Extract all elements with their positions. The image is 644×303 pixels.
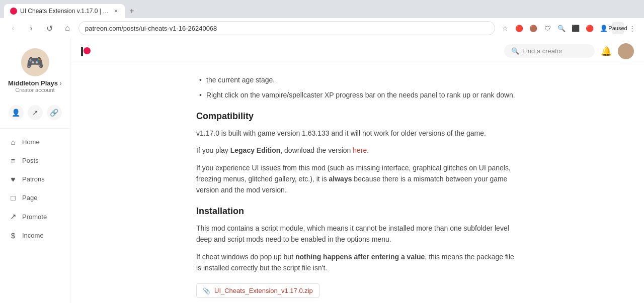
profile-name[interactable]: Middleton Plays — [8, 79, 62, 87]
browser-chrome: UI Cheats Extension v.1.17.0 | w... × + … — [0, 0, 644, 38]
sidebar-label-promote: Promote — [22, 213, 47, 221]
bullet-item-2: Right click on the vampire/spellcaster X… — [196, 89, 518, 100]
attachment-link[interactable]: 📎 UI_Cheats_Extension_v1.17.0.zip — [196, 283, 319, 298]
sidebar-label-home: Home — [22, 138, 40, 146]
content-area: the current age stage. Right click on th… — [186, 64, 528, 303]
new-tab-button[interactable]: + — [125, 4, 139, 18]
sidebar: 🎮 Middleton Plays Creator account 👤 ↗ 🔗 … — [0, 38, 70, 303]
sidebar-divider — [0, 128, 70, 129]
avatar: 🎮 — [21, 48, 49, 76]
sidebar-label-income: Income — [22, 232, 44, 239]
search-placeholder: Find a creator — [522, 47, 562, 55]
sidebar-label-posts: Posts — [22, 157, 39, 164]
svg-rect-1 — [81, 47, 83, 56]
bookmark-icon[interactable]: ☆ — [499, 22, 511, 34]
install-para-1: This mod contains a script module, which… — [196, 223, 518, 245]
tab-title: UI Cheats Extension v.1.17.0 | w... — [20, 8, 110, 15]
sidebar-item-income[interactable]: $ Income — [0, 226, 70, 245]
tab-bar: UI Cheats Extension v.1.17.0 | w... × + — [0, 0, 644, 18]
install-p2-before: If cheat windows do pop up but — [196, 253, 295, 261]
compatibility-heading: Compatibility — [196, 111, 518, 122]
sidebar-item-page[interactable]: □ Page — [0, 188, 70, 207]
sidebar-item-patrons[interactable]: ♥ Patrons — [0, 170, 70, 188]
menu-icon[interactable]: ⋮ — [626, 22, 638, 34]
sidebar-label-patrons: Patrons — [22, 175, 45, 183]
app-header: 🔍 Find a creator 🔔 — [70, 38, 644, 64]
install-p2-bold: nothing happens after entering a value — [295, 253, 425, 261]
patreon-logo — [80, 45, 92, 58]
back-button[interactable]: ‹ — [6, 21, 20, 35]
sidebar-label-page: Page — [22, 194, 37, 201]
posts-icon: ≡ — [8, 156, 18, 165]
compat-para-3: If you experience UI issues from this mo… — [196, 162, 518, 196]
install-para-2: If cheat windows do pop up but nothing h… — [196, 251, 518, 274]
compat-p2-after: , download the version — [280, 146, 353, 154]
svg-point-0 — [84, 47, 91, 54]
header-left — [80, 45, 92, 58]
extension-icon-1[interactable]: 🔴 — [513, 22, 525, 34]
sidebar-item-promote[interactable]: ↗ Promote — [0, 207, 70, 226]
compat-p3-bold: always — [329, 175, 352, 183]
tab-favicon — [10, 8, 17, 15]
sidebar-item-posts[interactable]: ≡ Posts — [0, 151, 70, 170]
extension-icon-3[interactable]: 🛡 — [541, 22, 553, 34]
sidebar-nav: ⌂ Home ≡ Posts ♥ Patrons □ Page ↗ Promot… — [0, 133, 70, 245]
notifications-button[interactable]: 🔔 — [601, 46, 612, 57]
paused-indicator: Paused — [612, 22, 624, 34]
main-content: the current age stage. Right click on th… — [70, 64, 644, 303]
header-right: 🔍 Find a creator 🔔 — [504, 43, 634, 59]
extension-icon-4[interactable]: 🔍 — [555, 22, 568, 34]
patrons-icon: ♥ — [8, 175, 18, 183]
search-bar[interactable]: 🔍 Find a creator — [504, 44, 595, 58]
address-bar: ‹ › ↺ ⌂ patreon.com/posts/ui-cheats-v1-1… — [0, 18, 644, 38]
page-icon: □ — [8, 193, 18, 202]
income-icon: $ — [8, 231, 18, 240]
sidebar-actions: 👤 ↗ 🔗 — [0, 101, 70, 124]
url-text: patreon.com/posts/ui-cheats-v1-16-262400… — [85, 25, 217, 32]
compat-p2-bold: Legacy Edition — [230, 146, 281, 154]
tab-close-btn[interactable]: × — [113, 7, 119, 16]
promote-icon: ↗ — [8, 212, 18, 221]
compat-para-2: If you play Legacy Edition, download the… — [196, 145, 518, 156]
home-button[interactable]: ⌂ — [60, 21, 74, 35]
attach-icon: 📎 — [203, 287, 210, 294]
attachment-label: UI_Cheats_Extension_v1.17.0.zip — [214, 287, 313, 294]
profile-subtitle: Creator account — [15, 87, 54, 93]
here-link[interactable]: here — [353, 146, 367, 154]
sidebar-profile: 🎮 Middleton Plays Creator account — [0, 44, 70, 101]
reload-button[interactable]: ↺ — [42, 21, 56, 35]
bullet-item-1: the current age stage. — [196, 74, 518, 85]
active-tab[interactable]: UI Cheats Extension v.1.17.0 | w... × — [4, 4, 125, 18]
forward-button[interactable]: › — [24, 21, 38, 35]
sidebar-action-1[interactable]: 👤 — [9, 105, 24, 120]
search-icon: 🔍 — [511, 47, 519, 55]
url-input[interactable]: patreon.com/posts/ui-cheats-v1-16-262400… — [78, 21, 495, 35]
app-layout: 🎮 Middleton Plays Creator account 👤 ↗ 🔗 … — [0, 38, 644, 303]
browser-toolbar: ☆ 🔴 🟤 🛡 🔍 ⬛ 🔴 👤 Paused ⋮ — [499, 22, 638, 34]
compat-para-1: v1.17.0 is built with game version 1.63.… — [196, 128, 518, 139]
installation-heading: Installation — [196, 206, 518, 217]
extension-icon-2[interactable]: 🟤 — [527, 22, 539, 34]
extension-icon-5[interactable]: ⬛ — [570, 22, 582, 34]
extension-icon-6[interactable]: 🔴 — [584, 22, 596, 34]
home-icon: ⌂ — [8, 138, 18, 146]
sidebar-action-3[interactable]: 🔗 — [47, 105, 62, 120]
sidebar-item-home[interactable]: ⌂ Home — [0, 133, 70, 151]
compat-p2-end: . — [367, 146, 369, 154]
user-avatar[interactable] — [618, 43, 634, 59]
compat-p2-before: If you play — [196, 146, 230, 154]
sidebar-action-2[interactable]: ↗ — [28, 105, 43, 120]
